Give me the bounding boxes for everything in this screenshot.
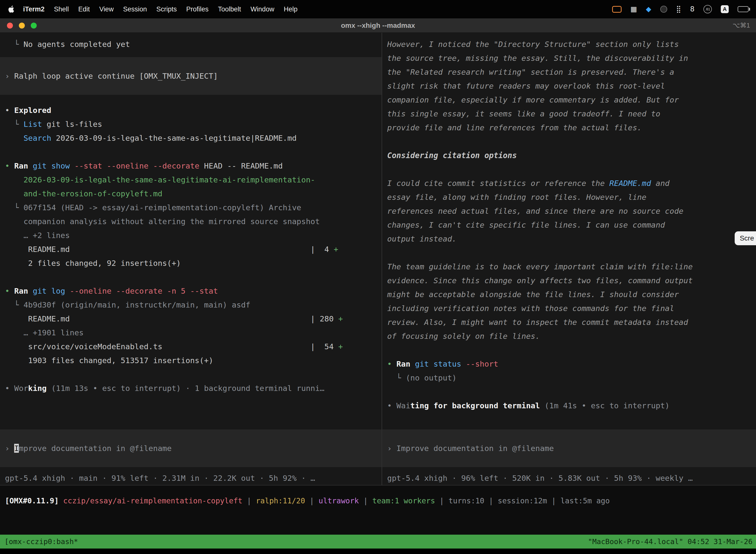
- terminal-line: • Working (11m 13s • esc to interrupt) ·…: [0, 381, 381, 395]
- right-pane-output: However, I noticed the "Directory Struct…: [382, 37, 756, 412]
- menu-item-session[interactable]: Session: [118, 5, 151, 13]
- menu-items: ShellEditViewSessionScriptsProfilesToolb…: [49, 5, 302, 13]
- grid-dots-icon[interactable]: ⣿: [676, 6, 681, 13]
- terminal-line: output instead.: [382, 232, 756, 246]
- terminal-line: companion file, especially if more comme…: [382, 93, 756, 107]
- menu-item-shell[interactable]: Shell: [49, 5, 74, 13]
- left-pane-output: └ No agents completed yet› Ralph loop ac…: [0, 37, 381, 395]
- window-shortcut-badge: ⌥⌘1: [733, 21, 750, 29]
- terminal-line: companion analysis without altering the …: [0, 214, 381, 228]
- screen-sharing-indicator-icon[interactable]: [612, 6, 622, 13]
- command-input-right[interactable]: › Improve documentation in @filename: [382, 429, 756, 467]
- terminal-line: README.md | 280 +: [0, 312, 381, 326]
- terminal-line: [382, 343, 756, 357]
- model-status-left-text: gpt-5.4 xhigh · main · 91% left · 2.31M …: [5, 474, 315, 483]
- terminal-line: However, I noticed the "Directory Struct…: [382, 37, 756, 51]
- apple-logo-icon: [8, 5, 14, 13]
- terminal-line: … +2 lines: [0, 228, 381, 242]
- terminal-line: 1903 files changed, 513517 insertions(+): [0, 353, 381, 367]
- menu-item-profiles[interactable]: Profiles: [182, 5, 213, 13]
- menu-item-scripts[interactable]: Scripts: [151, 5, 182, 13]
- terminal-line: src/voice/voiceModeEnabled.ts | 54 +: [0, 340, 381, 353]
- terminal-line: [382, 246, 756, 260]
- command-input-left-line[interactable]: › Improve documentation in @filename: [0, 441, 381, 455]
- traffic-lights: [7, 18, 37, 33]
- terminal-line: └ 4b9d30f (origin/main, instructkr/main,…: [0, 298, 381, 312]
- zoom-button[interactable]: [31, 22, 37, 29]
- terminal-line: • Explored: [0, 103, 381, 117]
- terminal-line: might be acceptable alongside the file l…: [382, 287, 756, 301]
- terminal-line: Considering citation options: [382, 149, 756, 162]
- terminal-line: changes, I can't cite specific file line…: [382, 218, 756, 232]
- window-titlebar[interactable]: omx --xhigh --madmax ⌥⌘1: [0, 18, 756, 33]
- menu-item-edit[interactable]: Edit: [74, 5, 95, 13]
- terminal-line: … +1901 lines: [0, 326, 381, 340]
- dark-app-icon[interactable]: [660, 6, 667, 13]
- terminal-line: slight risk that future readers may over…: [382, 79, 756, 93]
- menu-item-iterm2[interactable]: iTerm2: [18, 5, 49, 13]
- model-status-right-text: gpt-5.4 xhigh · 96% left · 520K in · 5.8…: [387, 474, 693, 483]
- model-status-right: gpt-5.4 xhigh · 96% left · 520K in · 5.8…: [382, 471, 756, 485]
- tmux-status-bar: [omx-cczip0:bash* "MacBook-Pro-44.local"…: [0, 535, 756, 549]
- terminal-line: this single essay, it seems like a good …: [382, 107, 756, 121]
- tmux-session-label: [omx-cczip0:bash*: [4, 537, 78, 546]
- battery-nub: [749, 8, 750, 11]
- screen: iTerm2 ShellEditViewSessionScriptsProfil…: [0, 0, 756, 554]
- menubar-status-icons: ▦ ◆ ⣿ 8 .61 A: [612, 5, 750, 13]
- menu-item-view[interactable]: View: [94, 5, 118, 13]
- omx-status-bar: [OMX#0.11.9] cczip/essay/ai-reimplementa…: [0, 485, 756, 535]
- screen-button[interactable]: Scre: [735, 231, 756, 245]
- terminal-line: [0, 367, 381, 381]
- terminal-line: of focusing solely on file lines.: [382, 329, 756, 343]
- menubar: iTerm2 ShellEditViewSessionScriptsProfil…: [0, 0, 756, 18]
- terminal-line: 2026-03-09-is-legal-the-same-as-legitima…: [0, 173, 381, 187]
- terminal-line: references need actual files, and since …: [382, 204, 756, 218]
- terminal-line: └ No agents completed yet: [0, 37, 381, 51]
- left-pane: └ No agents completed yet› Ralph loop ac…: [0, 33, 381, 485]
- input-source-icon[interactable]: A: [721, 5, 729, 13]
- bottom-edge: [0, 549, 756, 554]
- terminal-line: • Waiting for background terminal (1m 41…: [382, 399, 756, 412]
- model-status-left: gpt-5.4 xhigh · main · 91% left · 2.31M …: [0, 471, 381, 485]
- keypad-icon[interactable]: ▦: [630, 6, 637, 13]
- terminal-line: [382, 162, 756, 176]
- menu-item-toolbelt[interactable]: Toolbelt: [213, 5, 246, 13]
- input-text-right: › Improve documentation in @filename: [387, 444, 554, 453]
- terminal-line: [0, 270, 381, 284]
- left-pane-spacer: [0, 395, 381, 429]
- terminal-line: provide file and line references from th…: [382, 121, 756, 134]
- terminal-line: review. Also, I might want to inspect th…: [382, 315, 756, 329]
- apple-menu-icon[interactable]: [6, 5, 18, 13]
- inject-banner: › Ralph loop active continue [OMX_TMUX_I…: [0, 57, 381, 95]
- terminal-line: [382, 134, 756, 149]
- gauge-badge-icon[interactable]: .61: [703, 5, 712, 13]
- terminal-line: • Ran git log --oneline --decorate -n 5 …: [0, 284, 381, 298]
- menu-item-window[interactable]: Window: [246, 5, 279, 13]
- terminal-line: • Ran git status --short: [382, 357, 756, 371]
- input-text: mprove documentation in @filename: [19, 444, 172, 453]
- terminal-line: 2 files changed, 92 insertions(+): [0, 256, 381, 270]
- spark-icon[interactable]: ◆: [646, 6, 651, 13]
- terminal-line: essay file, along with finding root file…: [382, 190, 756, 204]
- terminal-line: the source tree, missing the essay. Stil…: [382, 51, 756, 65]
- terminal-line: • Ran git show --stat --oneline --decora…: [0, 159, 381, 173]
- terminal-line: the "Related research writing" section i…: [382, 65, 756, 79]
- terminal-line: [382, 385, 756, 399]
- terminal-line: └ (no output): [382, 371, 756, 385]
- figure-eight-icon[interactable]: 8: [690, 6, 694, 13]
- terminal-line: and-the-erosion-of-copyleft.md: [0, 187, 381, 201]
- terminal-line: └ 067f154 (HEAD -> essay/ai-reimplementa…: [0, 201, 381, 214]
- omx-status-line: [OMX#0.11.9] cczip/essay/ai-reimplementa…: [0, 494, 756, 508]
- minimize-button[interactable]: [19, 22, 25, 29]
- terminal-line: I could cite commit statistics or refere…: [382, 176, 756, 190]
- command-input-left[interactable]: › Improve documentation in @filename: [0, 429, 381, 467]
- terminal-line: Search 2026-03-09-is-legal-the-same-as-l…: [0, 131, 381, 145]
- command-input-right-line[interactable]: › Improve documentation in @filename: [382, 441, 756, 455]
- window-title: omx --xhigh --madmax: [341, 21, 415, 30]
- terminal: └ No agents completed yet› Ralph loop ac…: [0, 33, 756, 485]
- battery-icon[interactable]: [738, 6, 750, 12]
- right-pane-spacer: [382, 412, 756, 429]
- terminal-line: The team guideline is to back every impo…: [382, 260, 756, 274]
- menu-item-help[interactable]: Help: [279, 5, 302, 13]
- close-button[interactable]: [7, 22, 13, 29]
